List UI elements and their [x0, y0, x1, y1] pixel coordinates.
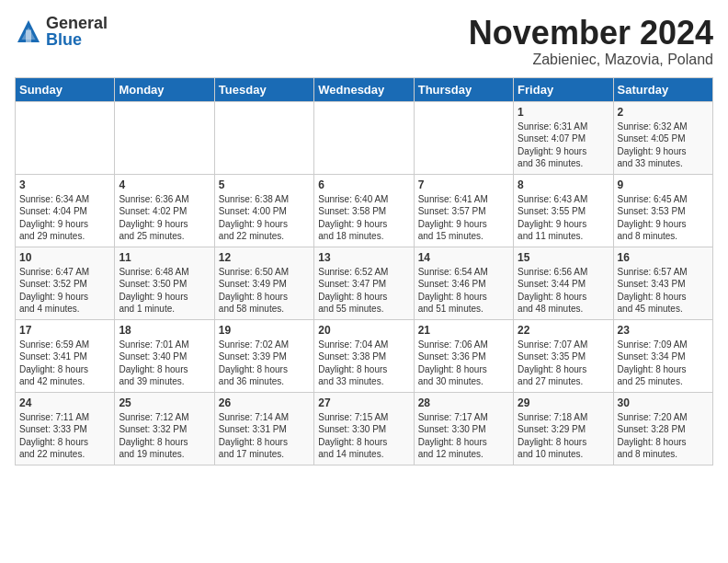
logo: General Blue	[15, 15, 108, 48]
day-number: 29	[518, 396, 609, 409]
svg-rect-2	[26, 30, 31, 43]
day-cell: 10Sunrise: 6:47 AM Sunset: 3:52 PM Dayli…	[16, 247, 115, 319]
day-number: 3	[19, 178, 110, 191]
day-cell: 30Sunrise: 7:20 AM Sunset: 3:28 PM Dayli…	[613, 392, 712, 465]
day-cell: 14Sunrise: 6:54 AM Sunset: 3:46 PM Dayli…	[414, 247, 513, 319]
weekday-header-saturday: Saturday	[613, 77, 712, 101]
day-info: Sunrise: 7:11 AM Sunset: 3:33 PM Dayligh…	[19, 411, 110, 461]
day-number: 28	[418, 396, 509, 409]
week-row-0: 1Sunrise: 6:31 AM Sunset: 4:07 PM Daylig…	[16, 101, 713, 174]
day-cell: 22Sunrise: 7:07 AM Sunset: 3:35 PM Dayli…	[514, 319, 613, 392]
day-info: Sunrise: 7:06 AM Sunset: 3:36 PM Dayligh…	[418, 339, 509, 388]
week-row-4: 24Sunrise: 7:11 AM Sunset: 3:33 PM Dayli…	[16, 392, 713, 465]
day-number: 21	[418, 324, 509, 337]
day-cell: 7Sunrise: 6:41 AM Sunset: 3:57 PM Daylig…	[414, 174, 513, 247]
day-info: Sunrise: 7:20 AM Sunset: 3:28 PM Dayligh…	[618, 411, 709, 461]
location-title: Zabieniec, Mazovia, Poland	[469, 52, 713, 68]
logo-icon	[15, 17, 42, 45]
day-cell: 18Sunrise: 7:01 AM Sunset: 3:40 PM Dayli…	[115, 319, 214, 392]
day-number: 20	[318, 324, 409, 337]
day-info: Sunrise: 6:54 AM Sunset: 3:46 PM Dayligh…	[418, 266, 509, 316]
day-number: 22	[518, 324, 609, 337]
day-info: Sunrise: 6:41 AM Sunset: 3:57 PM Dayligh…	[418, 193, 509, 243]
day-number: 5	[219, 178, 310, 191]
day-number: 15	[518, 251, 609, 264]
day-info: Sunrise: 7:04 AM Sunset: 3:38 PM Dayligh…	[318, 339, 409, 388]
day-number: 24	[19, 396, 110, 409]
day-cell: 20Sunrise: 7:04 AM Sunset: 3:38 PM Dayli…	[314, 319, 414, 392]
weekday-header-friday: Friday	[514, 77, 613, 101]
logo-text: General Blue	[46, 15, 108, 48]
day-info: Sunrise: 7:12 AM Sunset: 3:32 PM Dayligh…	[119, 411, 210, 461]
day-info: Sunrise: 6:34 AM Sunset: 4:04 PM Dayligh…	[19, 193, 110, 243]
day-info: Sunrise: 6:32 AM Sunset: 4:05 PM Dayligh…	[618, 121, 709, 170]
day-info: Sunrise: 6:43 AM Sunset: 3:55 PM Dayligh…	[518, 193, 609, 243]
day-cell: 1Sunrise: 6:31 AM Sunset: 4:07 PM Daylig…	[514, 101, 613, 174]
day-info: Sunrise: 6:36 AM Sunset: 4:02 PM Dayligh…	[119, 193, 210, 243]
day-info: Sunrise: 6:56 AM Sunset: 3:44 PM Dayligh…	[518, 266, 609, 316]
day-info: Sunrise: 6:31 AM Sunset: 4:07 PM Dayligh…	[518, 121, 609, 170]
day-cell: 29Sunrise: 7:18 AM Sunset: 3:29 PM Dayli…	[514, 392, 613, 465]
day-number: 17	[19, 324, 110, 337]
day-number: 30	[618, 396, 709, 409]
day-cell: 16Sunrise: 6:57 AM Sunset: 3:43 PM Dayli…	[613, 247, 712, 319]
day-cell: 19Sunrise: 7:02 AM Sunset: 3:39 PM Dayli…	[214, 319, 313, 392]
calendar-table: SundayMondayTuesdayWednesdayThursdayFrid…	[15, 77, 713, 465]
day-cell: 17Sunrise: 6:59 AM Sunset: 3:41 PM Dayli…	[16, 319, 115, 392]
day-cell: 13Sunrise: 6:52 AM Sunset: 3:47 PM Dayli…	[314, 247, 414, 319]
day-number: 7	[418, 178, 509, 191]
month-title: November 2024	[469, 15, 713, 52]
day-info: Sunrise: 7:07 AM Sunset: 3:35 PM Dayligh…	[518, 339, 609, 388]
day-cell: 25Sunrise: 7:12 AM Sunset: 3:32 PM Dayli…	[115, 392, 214, 465]
weekday-header-tuesday: Tuesday	[214, 77, 313, 101]
day-number: 23	[618, 324, 709, 337]
day-cell: 28Sunrise: 7:17 AM Sunset: 3:30 PM Dayli…	[414, 392, 513, 465]
day-info: Sunrise: 6:38 AM Sunset: 4:00 PM Dayligh…	[219, 193, 310, 243]
day-number: 18	[119, 324, 210, 337]
day-cell: 6Sunrise: 6:40 AM Sunset: 3:58 PM Daylig…	[314, 174, 414, 247]
day-info: Sunrise: 6:52 AM Sunset: 3:47 PM Dayligh…	[318, 266, 409, 316]
page: General Blue November 2024 Zabieniec, Ma…	[0, 0, 728, 473]
weekday-header-wednesday: Wednesday	[314, 77, 414, 101]
weekday-header-thursday: Thursday	[414, 77, 513, 101]
day-number: 8	[518, 178, 609, 191]
day-cell	[16, 101, 115, 174]
week-row-3: 17Sunrise: 6:59 AM Sunset: 3:41 PM Dayli…	[16, 319, 713, 392]
header: General Blue November 2024 Zabieniec, Ma…	[15, 15, 713, 68]
day-info: Sunrise: 6:59 AM Sunset: 3:41 PM Dayligh…	[19, 339, 110, 388]
day-cell	[414, 101, 513, 174]
day-number: 14	[418, 251, 509, 264]
day-number: 11	[119, 251, 210, 264]
day-cell: 24Sunrise: 7:11 AM Sunset: 3:33 PM Dayli…	[16, 392, 115, 465]
day-cell: 23Sunrise: 7:09 AM Sunset: 3:34 PM Dayli…	[613, 319, 712, 392]
day-info: Sunrise: 7:18 AM Sunset: 3:29 PM Dayligh…	[518, 411, 609, 461]
week-row-2: 10Sunrise: 6:47 AM Sunset: 3:52 PM Dayli…	[16, 247, 713, 319]
day-number: 12	[219, 251, 310, 264]
day-cell	[314, 101, 414, 174]
day-info: Sunrise: 7:01 AM Sunset: 3:40 PM Dayligh…	[119, 339, 210, 388]
day-cell	[115, 101, 214, 174]
day-cell: 9Sunrise: 6:45 AM Sunset: 3:53 PM Daylig…	[613, 174, 712, 247]
day-info: Sunrise: 6:40 AM Sunset: 3:58 PM Dayligh…	[318, 193, 409, 243]
day-number: 9	[618, 178, 709, 191]
day-info: Sunrise: 7:17 AM Sunset: 3:30 PM Dayligh…	[418, 411, 509, 461]
day-info: Sunrise: 6:57 AM Sunset: 3:43 PM Dayligh…	[618, 266, 709, 316]
day-cell: 12Sunrise: 6:50 AM Sunset: 3:49 PM Dayli…	[214, 247, 313, 319]
day-info: Sunrise: 6:47 AM Sunset: 3:52 PM Dayligh…	[19, 266, 110, 316]
day-number: 2	[618, 106, 709, 119]
day-number: 26	[219, 396, 310, 409]
day-number: 10	[19, 251, 110, 264]
day-number: 13	[318, 251, 409, 264]
logo-general-text: General	[46, 15, 108, 31]
day-info: Sunrise: 6:48 AM Sunset: 3:50 PM Dayligh…	[119, 266, 210, 316]
day-info: Sunrise: 7:02 AM Sunset: 3:39 PM Dayligh…	[219, 339, 310, 388]
day-info: Sunrise: 7:09 AM Sunset: 3:34 PM Dayligh…	[618, 339, 709, 388]
weekday-header-row: SundayMondayTuesdayWednesdayThursdayFrid…	[16, 77, 713, 101]
day-cell: 4Sunrise: 6:36 AM Sunset: 4:02 PM Daylig…	[115, 174, 214, 247]
day-number: 1	[518, 106, 609, 119]
day-cell: 27Sunrise: 7:15 AM Sunset: 3:30 PM Dayli…	[314, 392, 414, 465]
week-row-1: 3Sunrise: 6:34 AM Sunset: 4:04 PM Daylig…	[16, 174, 713, 247]
day-cell	[214, 101, 313, 174]
day-cell: 15Sunrise: 6:56 AM Sunset: 3:44 PM Dayli…	[514, 247, 613, 319]
day-cell: 8Sunrise: 6:43 AM Sunset: 3:55 PM Daylig…	[514, 174, 613, 247]
